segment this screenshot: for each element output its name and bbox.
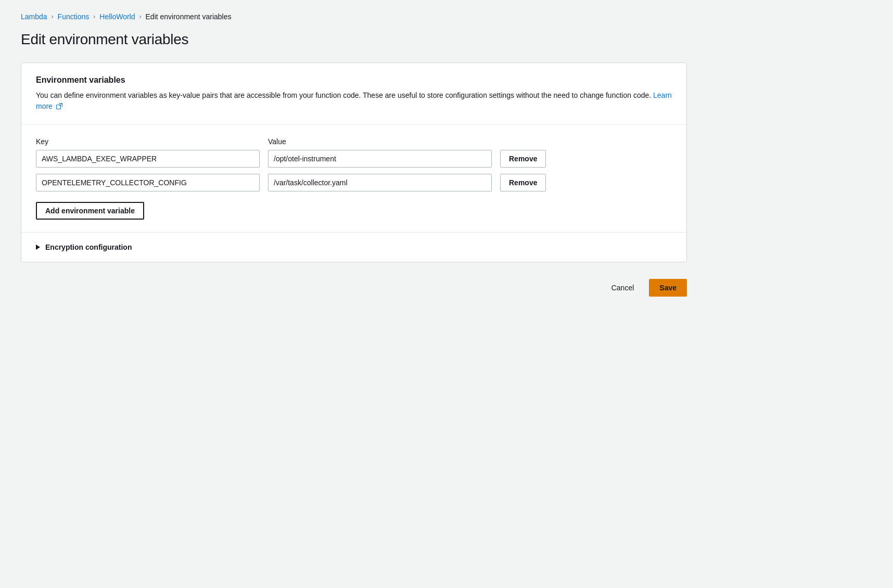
vars-section: Key Value Remove Remove Add environment … [21,125,686,233]
value-column-label: Value [268,137,492,146]
breadcrumb-current: Edit environment variables [146,12,232,21]
cancel-button[interactable]: Cancel [603,279,643,297]
breadcrumb-sep-2: › [93,13,95,20]
vars-header: Key Value [36,137,672,146]
chevron-right-icon [36,245,40,250]
encryption-collapsible-header[interactable]: Encryption configuration [36,243,672,251]
encryption-section: Encryption configuration [21,233,686,262]
breadcrumb: Lambda › Functions › HelloWorld › Edit e… [21,12,872,21]
key-input-1[interactable] [36,150,260,168]
remove-button-2[interactable]: Remove [500,174,546,191]
encryption-section-title: Encryption configuration [45,243,132,251]
breadcrumb-functions[interactable]: Functions [58,12,90,21]
breadcrumb-sep-1: › [52,13,54,20]
breadcrumb-lambda[interactable]: Lambda [21,12,47,21]
var-row-1: Remove [36,150,672,168]
key-column-label: Key [36,137,260,146]
remove-button-1[interactable]: Remove [500,150,546,168]
main-card: Environment variables You can define env… [21,62,687,262]
external-link-icon [56,103,62,109]
add-env-var-button[interactable]: Add environment variable [36,202,144,220]
value-input-2[interactable] [268,174,492,191]
var-row-2: Remove [36,174,672,191]
env-section-description: You can define environment variables as … [36,90,672,112]
footer-actions: Cancel Save [21,279,687,297]
breadcrumb-helloworld[interactable]: HelloWorld [99,12,135,21]
breadcrumb-sep-3: › [139,13,142,20]
page-title: Edit environment variables [21,31,872,48]
env-section-title: Environment variables [36,75,672,85]
value-input-1[interactable] [268,150,492,168]
key-input-2[interactable] [36,174,260,191]
save-button[interactable]: Save [649,279,687,297]
env-description-section: Environment variables You can define env… [21,63,686,125]
add-env-var-container: Add environment variable [36,198,672,220]
